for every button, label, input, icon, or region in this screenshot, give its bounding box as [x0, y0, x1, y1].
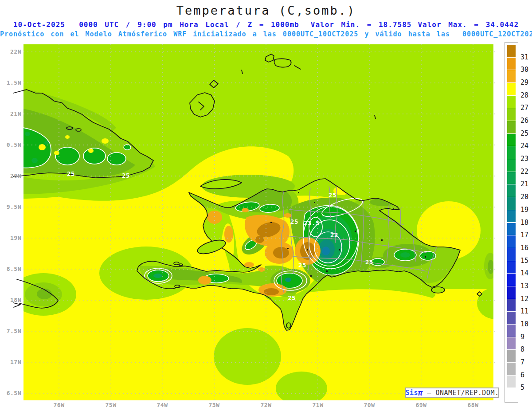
lat-tick-label: 17N [1, 359, 21, 365]
colorbar-tick-label: 15 [520, 257, 532, 265]
datetime-text: 10-Oct-2025 0000 UTC / 9:00 pm Hora Loca… [13, 20, 299, 29]
colorbar-tick-label: 31 [520, 53, 532, 61]
colorbar-segment [507, 337, 516, 350]
saona-island [431, 287, 445, 293]
colorbar-tick-label: 20 [520, 193, 532, 201]
credit-text: – ONAMET/REP.DOM. [423, 389, 499, 397]
colorbar-tick-label: 17 [520, 231, 532, 239]
colorbar-segment [507, 362, 516, 375]
colorbar-tick-label: 7 [520, 358, 532, 366]
lat-tick-label: 8.5N [1, 266, 21, 272]
lon-tick-label: 70W [357, 402, 382, 408]
colorbar-segment [507, 159, 516, 172]
colorbar-segment [507, 184, 516, 197]
colorbar-segment [507, 273, 516, 286]
lon-tick-label: 72W [254, 402, 278, 408]
colorbar-segment [507, 375, 516, 388]
contour-value-label: 23.5 [304, 219, 320, 227]
colorbar-tick-label: 11 [520, 307, 532, 315]
colorbar-tick-label: 13 [520, 282, 532, 290]
colorbar-segment [507, 197, 516, 210]
colorbar-segment [507, 388, 516, 400]
lon-tick-label: 76W [47, 402, 71, 408]
colorbar-tick-label: 24 [520, 142, 532, 150]
colorbar-segment [507, 223, 516, 235]
colorbar-segment [507, 299, 516, 312]
lat-tick-label: 18N [1, 297, 21, 303]
colorbar-tick-label: 8 [520, 345, 532, 353]
colorbar-tick-label: 23 [520, 155, 532, 163]
lat-tick-label: 6.5N [1, 390, 21, 396]
lat-tick-label: 19N [1, 235, 21, 241]
colorbar-tick-label: 9 [520, 333, 532, 341]
lat-tick-label: 22N [1, 48, 21, 55]
colorbar-tick-label: 21 [520, 180, 532, 188]
lat-tick-label: 1.5N [1, 79, 21, 86]
credit-badge: Sisπ – ONAMET/REP.DOM. [405, 388, 499, 398]
contour-value-label: 25 [67, 170, 75, 177]
colorbar-segment [507, 95, 516, 108]
lon-tick-label: 75W [98, 402, 123, 408]
value-min: Valor Min. = 18.7585 [311, 20, 412, 29]
colorbar-segment [507, 133, 516, 146]
page-title: Temperatura (C,somb.) [0, 4, 532, 17]
forecast-datetime-line: 10-Oct-2025 0000 UTC / 9:00 pm Hora Loca… [0, 20, 532, 29]
contour-value-label: 22 [330, 231, 338, 239]
colorbar-tick-label: 30 [520, 66, 532, 74]
colorbar-segment [507, 286, 516, 299]
colorbar-tick-label: 29 [520, 78, 532, 86]
contour-value-label: 25 [290, 218, 298, 225]
colorbar-segment [507, 248, 516, 261]
value-max: Valor Max. = 34.0442 [418, 20, 519, 29]
lon-tick-label: 69W [409, 402, 434, 408]
colorbar-tick-label: 10 [520, 320, 532, 328]
colorbar-segment [507, 261, 516, 274]
sispi-logo-pi-icon: π [418, 388, 423, 397]
colorbar-segment [507, 70, 516, 82]
colorbar-segment [507, 57, 516, 70]
lat-tick-label: 21N [1, 110, 21, 117]
colorbar-tick-label: 27 [520, 104, 532, 112]
colorbar-segment [507, 210, 516, 223]
colorbar-segment [507, 121, 516, 133]
contour-value-label: 25 [288, 294, 296, 301]
colorbar-tick-label: 25 [520, 129, 532, 137]
map-canvas [0, 0, 532, 411]
model-description-line: Pronóstico con el Modelo Atmósferico WRF… [0, 30, 532, 38]
contour-value-label: 25 [298, 262, 306, 269]
colorbar-tick-label: 19 [520, 206, 532, 214]
weather-map-page: Temperatura (C,somb.) 10-Oct-2025 0000 U… [0, 0, 532, 411]
colorbar-tick-label: 22 [520, 168, 532, 176]
lon-tick-label: 71W [305, 402, 330, 408]
colorbar-segment [507, 349, 516, 362]
colorbar-tick-label: 16 [520, 244, 532, 252]
lat-tick-label: 20N [1, 172, 21, 179]
contour-value-label: 25 [122, 172, 130, 179]
colorbar-segment [507, 324, 516, 337]
colorbar-segment [507, 108, 516, 121]
colorbar-tick-label: 6 [520, 371, 532, 379]
colorbar-tick-label: 28 [520, 91, 532, 99]
colorbar-segment [507, 311, 516, 324]
lon-tick-label: 68W [461, 402, 485, 408]
contour-value-label: 25 [365, 258, 373, 266]
colorbar-segment [507, 44, 516, 57]
contour-value-label: 25 [329, 192, 336, 199]
colorbar-tick-label: 14 [520, 269, 532, 277]
colorbar-segment [507, 146, 516, 159]
lon-tick-label: 73W [202, 402, 227, 408]
lat-tick-label: 0.5N [1, 141, 21, 148]
colorbar-segment [507, 235, 516, 248]
colorbar-tick-label: 18 [520, 219, 532, 227]
colorbar-tick-label: 26 [520, 117, 532, 125]
lat-tick-label: 7.5N [1, 328, 21, 334]
colorbar-segment [507, 82, 516, 95]
lat-tick-label: 9.5N [1, 204, 21, 210]
colorbar-segment [507, 172, 516, 184]
temperature-field [9, 44, 514, 405]
colorbar-tick-label: 5 [520, 384, 532, 391]
sispi-logo-sis: Sis [406, 389, 419, 397]
colorbar-tick-label: 12 [520, 295, 532, 303]
lon-tick-label: 74W [150, 402, 175, 408]
